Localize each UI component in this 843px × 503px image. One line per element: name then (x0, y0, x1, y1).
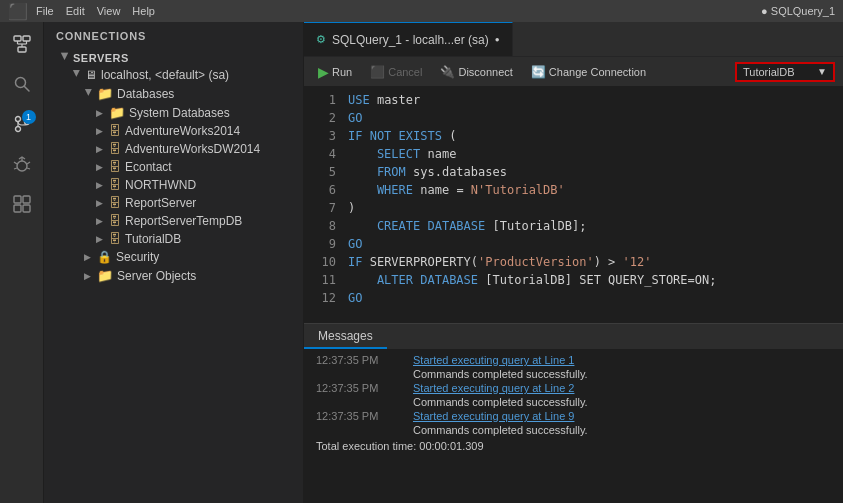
tutorialdb-label: TutorialDB (125, 232, 181, 246)
code-line: GO (348, 235, 835, 253)
activity-icon-search[interactable] (4, 66, 40, 102)
tree-item-tutorialdb[interactable]: ▶ 🗄 TutorialDB (44, 230, 303, 248)
reportservertemp-label: ReportServerTempDB (125, 214, 242, 228)
dropdown-arrow-icon: ▼ (817, 66, 827, 77)
change-connection-icon: 🔄 (531, 65, 546, 79)
database-dropdown[interactable]: TutorialDB ▼ (735, 62, 835, 82)
message-link[interactable]: Started executing query at Line 9 (413, 410, 574, 422)
activity-icon-connections[interactable] (4, 26, 40, 62)
activity-icon-extensions[interactable] (4, 186, 40, 222)
message-followup-row: Commands completed successfully. (316, 424, 831, 436)
disconnect-button[interactable]: 🔌 Disconnect (434, 63, 518, 81)
econtact-icon: 🗄 (109, 160, 121, 174)
reportserver-icon: 🗄 (109, 196, 121, 210)
activity-icon-git[interactable]: 1 (4, 106, 40, 142)
change-connection-button[interactable]: 🔄 Change Connection (525, 63, 652, 81)
databases-folder-icon: 📁 (97, 86, 113, 101)
svg-rect-1 (23, 36, 30, 41)
server-icon: 🖥 (85, 68, 97, 82)
code-line: GO (348, 109, 835, 127)
svg-line-15 (14, 162, 17, 164)
code-lines[interactable]: USE masterGOIF NOT EXISTS ( SELECT name … (340, 87, 843, 323)
northwnd-icon: 🗄 (109, 178, 121, 192)
servers-label-text: SERVERS (73, 52, 129, 64)
app-logo: ⬛ (8, 2, 28, 21)
message-time: 12:37:35 PM (316, 410, 401, 422)
adventureworks-icon: 🗄 (109, 124, 121, 138)
reportserver-arrow: ▶ (96, 198, 106, 208)
code-line: ALTER DATABASE [TutorialDB] SET QUERY_ST… (348, 271, 835, 289)
svg-rect-0 (14, 36, 21, 41)
tree-item-databases[interactable]: ▶ 📁 Databases (44, 84, 303, 103)
svg-rect-21 (14, 205, 21, 212)
code-line: ) (348, 199, 835, 217)
tab-unsaved-dot: ● (495, 35, 500, 44)
message-followup-text: Commands completed successfully. (413, 396, 588, 408)
menu-help[interactable]: Help (132, 5, 155, 17)
message-row: 12:37:35 PMStarted executing query at Li… (316, 354, 831, 366)
window-title: ● SQLQuery_1 (761, 5, 835, 17)
adventureworksdw-icon: 🗄 (109, 142, 121, 156)
message-followup-text: Commands completed successfully. (413, 368, 588, 380)
svg-rect-19 (14, 196, 21, 203)
tree-item-adventureworksdw[interactable]: ▶ 🗄 AdventureWorksDW2014 (44, 140, 303, 158)
editor-toolbar: ▶ Run ⬛ Cancel 🔌 Disconnect 🔄 Change Con… (304, 57, 843, 87)
svg-line-18 (27, 168, 30, 169)
tree-item-reportservertemp[interactable]: ▶ 🗄 ReportServerTempDB (44, 212, 303, 230)
tree-item-server[interactable]: ▶ 🖥 localhost, <default> (sa) (44, 66, 303, 84)
databases-label: Databases (117, 87, 174, 101)
message-link[interactable]: Started executing query at Line 1 (413, 354, 574, 366)
svg-point-13 (17, 161, 27, 171)
tree-section-servers: ▶ SERVERS ▶ 🖥 localhost, <default> (sa) … (44, 48, 303, 287)
menu-file[interactable]: File (36, 5, 54, 17)
reportservertemp-arrow: ▶ (96, 216, 106, 226)
svg-rect-22 (23, 205, 30, 212)
messages-tab[interactable]: Messages (304, 325, 387, 349)
tree-item-econtact[interactable]: ▶ 🗄 Econtact (44, 158, 303, 176)
tutorialdb-icon: 🗄 (109, 232, 121, 246)
editor-area: ⚙ SQLQuery_1 - localh...er (sa) ● ▶ Run … (304, 22, 843, 503)
message-followup-row: Commands completed successfully. (316, 396, 831, 408)
server-label: localhost, <default> (sa) (101, 68, 229, 82)
tree-item-systemdb[interactable]: ▶ 📁 System Databases (44, 103, 303, 122)
serverobjects-icon: 📁 (97, 268, 113, 283)
code-line: WHERE name = N'TutorialDB' (348, 181, 835, 199)
systemdb-label: System Databases (129, 106, 230, 120)
tutorialdb-arrow: ▶ (96, 234, 106, 244)
reportserver-label: ReportServer (125, 196, 196, 210)
database-name: TutorialDB (743, 66, 795, 78)
editor-tab[interactable]: ⚙ SQLQuery_1 - localh...er (sa) ● (304, 22, 513, 56)
servers-label[interactable]: ▶ SERVERS (44, 50, 303, 66)
activity-icon-debug[interactable] (4, 146, 40, 182)
tree-item-reportserver[interactable]: ▶ 🗄 ReportServer (44, 194, 303, 212)
menu-edit[interactable]: Edit (66, 5, 85, 17)
adventureworksdw-label: AdventureWorksDW2014 (125, 142, 260, 156)
code-line: IF NOT EXISTS ( (348, 127, 835, 145)
tree-item-adventureworks[interactable]: ▶ 🗄 AdventureWorks2014 (44, 122, 303, 140)
security-label: Security (116, 250, 159, 264)
code-line: SELECT name (348, 145, 835, 163)
tree-item-serverobjects[interactable]: ▶ 📁 Server Objects (44, 266, 303, 285)
tree-item-security[interactable]: ▶ 🔒 Security (44, 248, 303, 266)
svg-rect-20 (23, 196, 30, 203)
code-line: GO (348, 289, 835, 307)
tab-label: SQLQuery_1 - localh...er (sa) (332, 33, 489, 47)
svg-line-8 (24, 87, 29, 92)
message-link[interactable]: Started executing query at Line 2 (413, 382, 574, 394)
databases-arrow: ▶ (84, 89, 94, 99)
title-bar: ⬛ File Edit View Help ● SQLQuery_1 (0, 0, 843, 22)
tree-item-northwnd[interactable]: ▶ 🗄 NORTHWND (44, 176, 303, 194)
cancel-button[interactable]: ⬛ Cancel (364, 63, 428, 81)
code-editor: 123456789101112 USE masterGOIF NOT EXIST… (304, 87, 843, 323)
line-numbers: 123456789101112 (304, 87, 340, 323)
message-followup-text: Commands completed successfully. (413, 424, 588, 436)
code-content[interactable]: 123456789101112 USE masterGOIF NOT EXIST… (304, 87, 843, 323)
menu-view[interactable]: View (97, 5, 121, 17)
adventureworks-arrow: ▶ (96, 126, 106, 136)
message-followup-row: Commands completed successfully. (316, 368, 831, 380)
run-button[interactable]: ▶ Run (312, 62, 358, 82)
message-time: 12:37:35 PM (316, 382, 401, 394)
sidebar-content: ▶ SERVERS ▶ 🖥 localhost, <default> (sa) … (44, 48, 303, 503)
northwnd-arrow: ▶ (96, 180, 106, 190)
svg-point-9 (15, 117, 20, 122)
